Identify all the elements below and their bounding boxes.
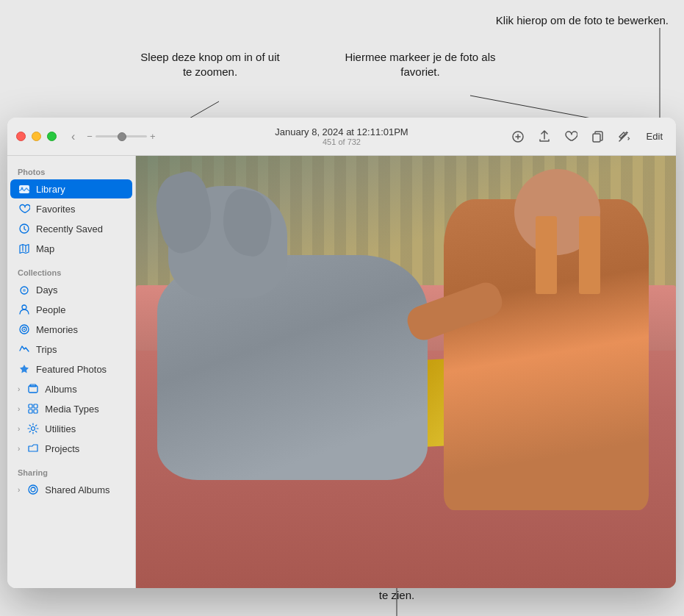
zoom-minus-label: − <box>87 131 93 142</box>
projects-expand-arrow: › <box>18 445 20 453</box>
nav-arrows: ‹ <box>68 129 78 145</box>
media-types-icon <box>26 402 40 415</box>
favorites-label: Favorites <box>36 204 75 215</box>
close-button[interactable] <box>16 132 26 141</box>
sidebar-item-albums[interactable]: › Albums <box>10 379 132 398</box>
shared-albums-icon <box>26 483 40 496</box>
titlebar-actions: Edit <box>510 129 667 145</box>
favorite-icon[interactable] <box>563 129 579 145</box>
media-types-label: Media Types <box>45 404 98 415</box>
projects-icon <box>26 442 40 455</box>
sharing-section-label: Sharing <box>7 462 135 479</box>
svg-line-1 <box>470 96 595 118</box>
map-icon <box>18 242 31 255</box>
utilities-expand-arrow: › <box>18 425 20 433</box>
sidebar-item-featured-photos[interactable]: Featured Photos <box>10 359 132 379</box>
library-icon <box>18 182 31 196</box>
people-icon <box>18 303 31 316</box>
trips-icon <box>18 343 31 356</box>
map-label: Map <box>36 243 54 254</box>
sidebar: Photos Library <box>7 156 136 588</box>
annotation-lines <box>0 0 684 118</box>
svg-rect-5 <box>593 134 600 142</box>
albums-expand-arrow: › <box>18 385 20 393</box>
back-arrow[interactable]: ‹ <box>68 129 78 145</box>
annotation-edit: Klik hierop om de foto te bewerken. <box>389 13 669 28</box>
collections-section-label: Collections <box>7 262 135 279</box>
sidebar-item-shared-albums[interactable]: › Shared Albums <box>10 480 132 499</box>
memories-label: Memories <box>36 324 78 335</box>
sidebar-item-library[interactable]: Library <box>10 179 132 198</box>
svg-rect-18 <box>34 404 37 408</box>
svg-point-10 <box>23 289 26 292</box>
share-icon[interactable] <box>536 129 552 145</box>
svg-rect-20 <box>34 409 37 413</box>
shared-albums-label: Shared Albums <box>45 484 109 495</box>
projects-label: Projects <box>45 443 79 454</box>
people-label: People <box>36 304 65 315</box>
sidebar-item-utilities[interactable]: › Utilities <box>10 419 132 438</box>
titlebar: ‹ − + January 8, 2024 at 12:11:01PM 451 … <box>7 118 676 156</box>
sidebar-item-map[interactable]: Map <box>10 239 132 258</box>
zoom-plus-label: + <box>150 131 156 142</box>
memories-icon[interactable] <box>510 129 526 145</box>
albums-icon <box>26 382 40 395</box>
svg-rect-19 <box>29 409 32 413</box>
sidebar-item-favorites[interactable]: Favorites <box>10 199 132 218</box>
photo-date: January 8, 2024 at 12:11:01PM <box>275 126 408 137</box>
overall-strap-right <box>536 216 557 294</box>
svg-point-14 <box>24 329 25 330</box>
annotation-favorite: Hiermee markeer je de foto als favoriet. <box>339 50 501 80</box>
main-window: ‹ − + January 8, 2024 at 12:11:01PM 451 … <box>7 118 676 588</box>
sidebar-item-people[interactable]: People <box>10 300 132 319</box>
sidebar-item-days[interactable]: Days <box>10 280 132 299</box>
favorites-icon <box>18 202 31 215</box>
zoom-control: − + <box>87 131 155 142</box>
zoom-slider[interactable] <box>96 135 147 137</box>
sidebar-item-trips[interactable]: Trips <box>10 340 132 359</box>
sidebar-item-media-types[interactable]: › Media Types <box>10 399 132 418</box>
days-label: Days <box>36 284 58 296</box>
photos-section-label: Photos <box>7 162 135 179</box>
featured-photos-label: Featured Photos <box>36 364 107 375</box>
recently-saved-icon <box>18 222 31 235</box>
svg-point-23 <box>31 487 35 492</box>
sidebar-item-memories[interactable]: Memories <box>10 320 132 339</box>
sidebar-item-projects[interactable]: › Projects <box>10 439 132 458</box>
svg-point-11 <box>22 305 26 309</box>
overall-strap-left <box>579 216 600 294</box>
content-area: Photos Library <box>7 156 676 588</box>
maximize-button[interactable] <box>47 132 57 141</box>
annotation-zoom: Sleep deze knop om in of uit te zoomen. <box>137 50 284 80</box>
photo-count: 451 of 732 <box>275 137 408 146</box>
sidebar-item-recently-saved[interactable]: Recently Saved <box>10 219 132 238</box>
svg-point-21 <box>32 427 35 431</box>
edit-button[interactable]: Edit <box>642 129 667 143</box>
days-icon <box>18 283 31 296</box>
svg-line-2 <box>188 101 219 118</box>
svg-rect-17 <box>29 404 32 408</box>
utilities-label: Utilities <box>45 423 76 434</box>
shared-albums-expand-arrow: › <box>18 486 20 494</box>
library-label: Library <box>36 184 65 195</box>
utilities-icon <box>26 422 40 435</box>
duplicate-icon[interactable] <box>589 129 605 145</box>
traffic-lights <box>16 132 57 141</box>
recently-saved-label: Recently Saved <box>36 223 103 234</box>
magic-icon[interactable] <box>616 129 632 145</box>
svg-point-22 <box>29 485 37 494</box>
photo-placeholder <box>136 156 676 588</box>
titlebar-center: January 8, 2024 at 12:11:01PM 451 of 732 <box>275 126 408 146</box>
photo-view <box>136 156 676 588</box>
trips-label: Trips <box>36 344 57 355</box>
albums-label: Albums <box>45 384 76 395</box>
minimize-button[interactable] <box>32 132 41 141</box>
featured-photos-icon <box>18 362 31 376</box>
zoom-thumb[interactable] <box>118 132 126 141</box>
media-types-expand-arrow: › <box>18 405 20 413</box>
memories-sidebar-icon <box>18 323 31 336</box>
